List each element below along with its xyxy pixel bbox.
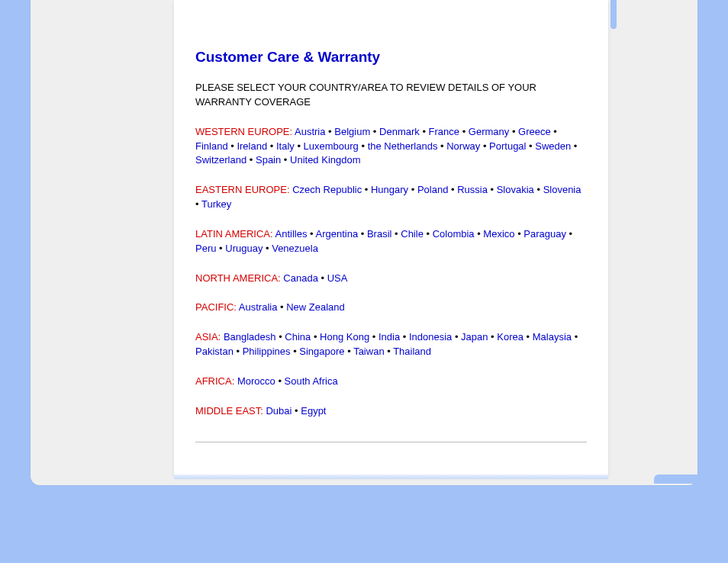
separator-dot: • [488, 331, 498, 343]
country-link[interactable]: Greece [518, 126, 551, 137]
page-title: Customer Care & Warranty [195, 49, 587, 66]
separator-dot: • [385, 346, 394, 357]
country-link[interactable]: France [429, 126, 459, 137]
country-link[interactable]: Uruguay [225, 243, 263, 254]
country-link[interactable]: Canada [283, 272, 318, 284]
separator-dot: • [459, 126, 469, 137]
country-link[interactable]: Thailand [393, 346, 431, 357]
country-link[interactable]: Australia [239, 301, 278, 313]
country-link[interactable]: Belgium [334, 126, 370, 137]
page-frame: Customer Care & Warranty PLEASE SELECT Y… [31, 0, 697, 485]
intro-text: PLEASE SELECT YOUR COUNTRY/AREA TO REVIE… [195, 81, 587, 110]
country-link[interactable]: Slovakia [497, 184, 534, 195]
separator-dot: • [370, 126, 379, 137]
separator-dot: • [311, 331, 320, 343]
country-link[interactable]: Sweden [535, 140, 571, 152]
separator-dot: • [572, 331, 578, 343]
country-link[interactable]: Italy [276, 140, 295, 152]
region-block: EASTERN EUROPE: Czech Republic • Hungary… [195, 183, 587, 212]
country-link[interactable]: Peru [195, 243, 216, 254]
country-link[interactable]: Germany [469, 126, 509, 137]
country-link[interactable]: Argentina [316, 228, 359, 240]
divider [195, 442, 587, 442]
country-link[interactable]: Hungary [371, 184, 408, 195]
country-link[interactable]: Poland [417, 184, 448, 195]
country-link[interactable]: Taiwan [353, 346, 384, 357]
region-block: MIDDLE EAST: Dubai • Egypt [195, 404, 587, 419]
separator-dot: • [488, 184, 497, 195]
country-link[interactable]: Hong Kong [320, 331, 369, 343]
country-link[interactable]: Malaysia [533, 331, 572, 343]
country-link[interactable]: Norway [446, 140, 480, 152]
country-link[interactable]: India [378, 331, 400, 343]
country-link[interactable]: Ireland [237, 140, 267, 152]
separator-dot: • [475, 228, 484, 240]
separator-dot: • [277, 301, 286, 313]
region-label: WESTERN EUROPE: [195, 126, 292, 137]
separator-dot: • [326, 126, 335, 137]
country-link[interactable]: Chile [401, 228, 424, 240]
separator-dot: • [515, 228, 524, 240]
country-link[interactable]: Singapore [299, 346, 344, 357]
country-link[interactable]: Dubai [266, 405, 292, 417]
region-block: PACIFIC: Australia • New Zealand [195, 301, 587, 315]
separator-dot: • [437, 140, 446, 152]
country-link[interactable]: Czech Republic [292, 184, 362, 195]
separator-dot: • [307, 228, 315, 240]
separator-dot: • [276, 331, 285, 343]
country-link[interactable]: Portugal [489, 140, 526, 152]
country-link[interactable]: Denmark [379, 126, 420, 137]
country-link[interactable]: Finland [195, 140, 228, 152]
country-link[interactable]: Egypt [301, 405, 326, 417]
separator-dot: • [267, 140, 276, 152]
decorative-notch-bottom [654, 475, 706, 484]
country-link[interactable]: Colombia [433, 228, 475, 240]
region-block: WESTERN EUROPE: Austria • Belgium • Denm… [195, 125, 587, 169]
country-link[interactable]: Spain [256, 154, 281, 166]
separator-dot: • [571, 140, 577, 152]
country-link[interactable]: Slovenia [543, 184, 581, 195]
separator-dot: • [448, 184, 457, 195]
separator-dot: • [400, 331, 409, 343]
country-link[interactable]: Korea [497, 331, 523, 343]
separator-dot: • [420, 126, 429, 137]
country-link[interactable]: Switzerland [195, 154, 246, 166]
country-link[interactable]: Morocco [237, 375, 275, 387]
region-block: NORTH AMERICA: Canada • USA [195, 272, 587, 286]
country-link[interactable]: Austria [295, 126, 325, 137]
country-link[interactable]: New Zealand [286, 301, 345, 313]
separator-dot: • [263, 243, 272, 254]
country-link[interactable]: Bangladesh [224, 331, 276, 343]
region-block: LATIN AMERICA: Antilles • Argentina • Br… [195, 227, 587, 256]
country-link[interactable]: United Kingdom [290, 154, 361, 166]
country-link[interactable]: China [285, 331, 311, 343]
country-link[interactable]: Russia [457, 184, 488, 195]
region-block: AFRICA: Morocco • South Africa [195, 375, 587, 389]
country-link[interactable]: Mexico [483, 228, 514, 240]
country-link[interactable]: Japan [461, 331, 488, 343]
country-link[interactable]: USA [327, 272, 348, 284]
country-link[interactable]: Philippines [243, 346, 291, 357]
country-link[interactable]: Pakistan [195, 346, 234, 357]
separator-dot: • [345, 346, 354, 357]
region-label: LATIN AMERICA: [195, 228, 273, 240]
country-link[interactable]: Indonesia [409, 331, 452, 343]
decorative-notch-top [610, 0, 617, 29]
country-link[interactable]: Turkey [201, 198, 231, 210]
country-link[interactable]: Paraguay [523, 228, 566, 240]
separator-dot: • [362, 184, 371, 195]
country-link[interactable]: Venezuela [272, 243, 318, 254]
country-link[interactable]: Antilles [275, 228, 308, 240]
country-link[interactable]: the Netherlands [368, 140, 438, 152]
separator-dot: • [295, 140, 304, 152]
separator-dot: • [228, 140, 237, 152]
country-link[interactable]: Luxembourg [304, 140, 359, 152]
country-link[interactable]: Brasil [367, 228, 392, 240]
separator-dot: • [358, 228, 367, 240]
separator-dot: • [281, 154, 290, 166]
separator-dot: • [195, 198, 201, 210]
region-label: PACIFIC: [195, 301, 237, 313]
country-link[interactable]: South Africa [285, 375, 338, 387]
region-label: AFRICA: [195, 375, 234, 387]
separator-dot: • [526, 140, 535, 152]
